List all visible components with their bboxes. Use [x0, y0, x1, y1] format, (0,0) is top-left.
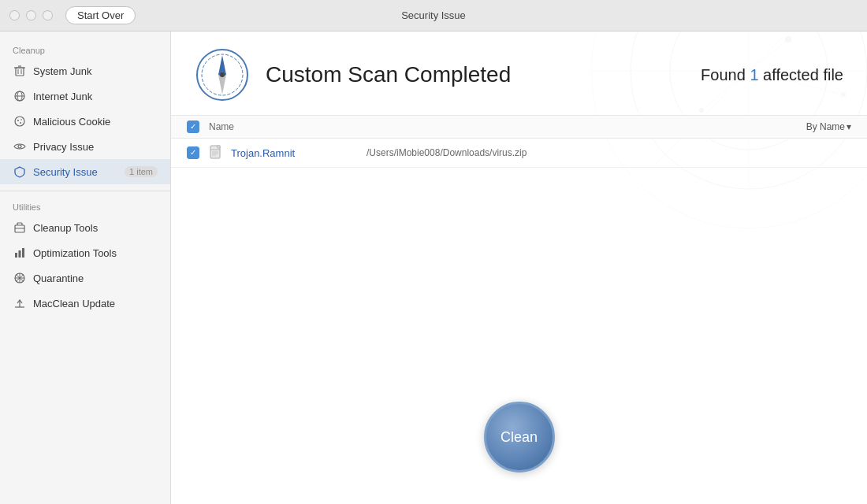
trash-icon: [13, 64, 27, 78]
found-count: 1: [750, 66, 763, 83]
svg-rect-17: [22, 248, 24, 258]
title-bar: Start Over Security Issue: [0, 0, 867, 32]
affected-label: affected file: [763, 66, 843, 83]
sidebar-item-privacy-issue[interactable]: Privacy Issue: [0, 134, 170, 159]
main-layout: Cleanup System Junk: [0, 32, 867, 504]
svg-rect-15: [15, 253, 17, 258]
sidebar-item-label: MacClean Update: [33, 298, 115, 309]
utilities-section-label: Utilities: [0, 198, 170, 215]
row-checkbox[interactable]: [187, 146, 199, 159]
select-all-checkbox[interactable]: [187, 120, 199, 133]
sidebar-item-label: Quarantine: [33, 272, 84, 284]
maximize-button[interactable]: [43, 10, 53, 20]
sidebar-divider: [0, 191, 170, 191]
clean-button[interactable]: Clean: [484, 402, 555, 472]
sidebar-item-label: Privacy Issue: [33, 141, 94, 153]
header-checkbox-col: [187, 120, 209, 133]
found-info: Found 1 affected file: [701, 66, 843, 84]
quarantine-icon: [13, 271, 27, 285]
sidebar-item-security-issue[interactable]: Security Issue 1 item: [0, 159, 170, 184]
sidebar-item-optimization-tools[interactable]: Optimization Tools: [0, 240, 170, 265]
svg-rect-16: [19, 250, 21, 258]
svg-point-11: [20, 119, 22, 120]
scan-title: Custom Scan Completed: [266, 62, 511, 87]
found-label: Found: [701, 66, 750, 83]
globe-icon: [13, 89, 27, 103]
briefcase-icon: [13, 220, 27, 235]
sidebar-item-macclean-update[interactable]: MacClean Update: [0, 291, 170, 316]
compass-icon: [195, 47, 250, 102]
name-column-header: Name: [209, 121, 806, 132]
security-badge: 1 item: [125, 166, 158, 177]
sort-label: By Name: [806, 121, 845, 132]
eye-icon: [13, 139, 27, 154]
file-type-icon: [209, 145, 225, 161]
sidebar-item-label: Internet Junk: [33, 91, 92, 102]
svg-point-8: [15, 117, 24, 126]
sidebar-item-label: Optimization Tools: [33, 247, 117, 259]
sidebar-item-cleanup-tools[interactable]: Cleanup Tools: [0, 215, 170, 240]
cookie-icon: [13, 114, 27, 128]
sidebar-item-label: Security Issue: [33, 166, 98, 178]
file-path: /Users/iMobie008/Downloads/virus.zip: [367, 147, 527, 158]
sidebar-item-label: Cleanup Tools: [33, 222, 98, 234]
clean-button-wrapper: Clean: [484, 402, 555, 472]
sidebar-item-label: Malicious Cookie: [33, 116, 110, 128]
sidebar-item-internet-junk[interactable]: Internet Junk: [0, 83, 170, 109]
chart-icon: [13, 246, 27, 260]
file-name: Trojan.Ramnit: [231, 147, 357, 159]
sidebar-item-label: System Junk: [33, 65, 91, 77]
svg-rect-46: [218, 146, 220, 148]
sidebar: Cleanup System Junk: [0, 32, 171, 504]
svg-point-43: [220, 72, 225, 77]
sidebar-item-system-junk[interactable]: System Junk: [0, 58, 170, 83]
sort-button[interactable]: By Name ▾: [806, 121, 851, 132]
svg-point-10: [20, 122, 21, 124]
close-button[interactable]: [9, 10, 20, 20]
minimize-button[interactable]: [26, 10, 36, 20]
svg-point-12: [18, 145, 21, 148]
upload-icon: [13, 296, 27, 310]
sidebar-item-malicious-cookie[interactable]: Malicious Cookie: [0, 109, 170, 134]
svg-rect-0: [16, 68, 24, 76]
content-area: Custom Scan Completed Found 1 affected f…: [171, 32, 867, 504]
window-controls: [9, 10, 53, 20]
window-title: Security Issue: [401, 9, 466, 21]
start-over-button[interactable]: Start Over: [65, 6, 136, 24]
sort-chevron-icon: ▾: [847, 121, 851, 132]
sidebar-item-quarantine[interactable]: Quarantine: [0, 265, 170, 291]
file-list-header: Name By Name ▾: [171, 116, 867, 139]
row-checkbox-col: [187, 146, 209, 159]
table-row: Trojan.Ramnit /Users/iMobie008/Downloads…: [171, 139, 867, 168]
cleanup-section-label: Cleanup: [0, 41, 170, 58]
scan-header: Custom Scan Completed Found 1 affected f…: [171, 32, 867, 116]
shield-icon: [13, 165, 27, 179]
svg-point-9: [17, 120, 19, 121]
